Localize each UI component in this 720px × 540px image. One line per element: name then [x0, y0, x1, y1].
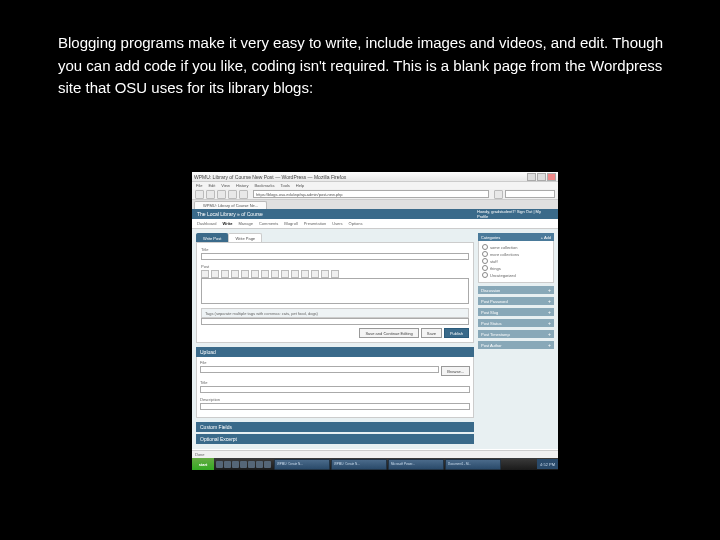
start-button[interactable]: start [192, 458, 214, 470]
post-editor[interactable] [201, 278, 469, 304]
add-category-link[interactable]: + Add [541, 235, 551, 240]
italic-icon[interactable] [211, 270, 219, 278]
menu-view[interactable]: View [221, 183, 230, 188]
bold-icon[interactable] [201, 270, 209, 278]
sidebox-discussion[interactable]: Discussion+ [478, 286, 554, 294]
sidebox-password[interactable]: Post Password+ [478, 297, 554, 305]
window-title: WPMU: Library of Course New Post — WordP… [194, 174, 346, 180]
more-icon[interactable] [311, 270, 319, 278]
collapsed-custom-fields[interactable]: Custom Fields [196, 422, 474, 432]
browser-toolbar: https://blogs.osu.edu/wp/wp-admin/post-n… [192, 189, 558, 200]
help-icon[interactable] [331, 270, 339, 278]
upload-header[interactable]: Upload [196, 347, 474, 357]
plus-icon: + [548, 342, 551, 348]
numlist-icon[interactable] [241, 270, 249, 278]
system-tray[interactable]: 4:52 PM [537, 459, 558, 469]
nav-users[interactable]: Users [332, 221, 342, 226]
nav-comments[interactable]: Comments [259, 221, 278, 226]
firefox-window: WPMU: Library of Course New Post — WordP… [192, 172, 558, 470]
site-title: The Local Library » of Course [197, 211, 263, 217]
post-label: Post [201, 264, 469, 269]
go-button[interactable] [494, 190, 503, 199]
browser-search-input[interactable] [505, 190, 555, 198]
write-panel: Title Post [196, 242, 474, 343]
categories-header[interactable]: Categories + Add [478, 233, 554, 241]
tags-input[interactable] [201, 318, 469, 325]
quicklaunch-icon[interactable] [232, 461, 239, 468]
nav-write[interactable]: Write [223, 221, 233, 226]
menu-edit[interactable]: Edit [208, 183, 215, 188]
taskbar-button[interactable]: Microsoft Power... [388, 459, 444, 470]
taskbar-button[interactable]: Document1 - M... [445, 459, 501, 470]
sidebox-status[interactable]: Post Status+ [478, 319, 554, 327]
nav-blogroll[interactable]: Blogroll [284, 221, 297, 226]
align-left-icon[interactable] [261, 270, 269, 278]
menu-bookmarks[interactable]: Bookmarks [254, 183, 274, 188]
quicklaunch-icon[interactable] [248, 461, 255, 468]
publish-button[interactable]: Publish [444, 328, 469, 338]
category-option[interactable]: Uncategorized [482, 272, 550, 278]
plus-icon: + [548, 298, 551, 304]
upload-file-label: File [200, 360, 470, 365]
plus-icon: + [548, 320, 551, 326]
tab-write-page[interactable]: Write Page [228, 233, 262, 242]
categories-body: some collection more collections stuff t… [478, 241, 554, 283]
save-continue-button[interactable]: Save and Continue Editing [359, 328, 418, 338]
upload-panel: File Browse... Title Description [196, 357, 474, 418]
quicklaunch-icon[interactable] [264, 461, 271, 468]
reload-button[interactable] [217, 190, 226, 199]
browser-menubar: File Edit View History Bookmarks Tools H… [192, 182, 558, 189]
quicklaunch-icon[interactable] [256, 461, 263, 468]
plus-icon: + [548, 309, 551, 315]
back-button[interactable] [195, 190, 204, 199]
close-button[interactable] [547, 173, 556, 181]
stop-button[interactable] [228, 190, 237, 199]
forward-button[interactable] [206, 190, 215, 199]
home-button[interactable] [239, 190, 248, 199]
strike-icon[interactable] [221, 270, 229, 278]
link-icon[interactable] [281, 270, 289, 278]
taskbar-button[interactable]: WPMU: Create N... [331, 459, 387, 470]
sidebox-timestamp[interactable]: Post Timestamp+ [478, 330, 554, 338]
list-icon[interactable] [231, 270, 239, 278]
spell-icon[interactable] [321, 270, 329, 278]
category-option[interactable]: more collections [482, 251, 550, 257]
upload-file-input[interactable] [200, 366, 439, 373]
category-option[interactable]: stuff [482, 258, 550, 264]
address-bar[interactable]: https://blogs.osu.edu/wp/wp-admin/post-n… [253, 190, 489, 198]
upload-desc-input[interactable] [200, 403, 470, 410]
quote-icon[interactable] [251, 270, 259, 278]
quicklaunch-icon[interactable] [224, 461, 231, 468]
quicklaunch-icon[interactable] [240, 461, 247, 468]
collapsed-excerpt[interactable]: Optional Excerpt [196, 434, 474, 444]
category-option[interactable]: some collection [482, 244, 550, 250]
menu-tools[interactable]: Tools [280, 183, 289, 188]
plus-icon: + [548, 331, 551, 337]
browser-tabstrip: WPMU: Library of Course Ne... [192, 200, 558, 209]
wp-nav: Dashboard Write Manage Comments Blogroll… [192, 219, 558, 229]
sidebox-slug[interactable]: Post Slug+ [478, 308, 554, 316]
taskbar-button[interactable]: WPMU: Create N... [274, 459, 330, 470]
menu-help[interactable]: Help [296, 183, 304, 188]
minimize-button[interactable] [527, 173, 536, 181]
nav-options[interactable]: Options [349, 221, 363, 226]
unlink-icon[interactable] [291, 270, 299, 278]
upload-title-input[interactable] [200, 386, 470, 393]
maximize-button[interactable] [537, 173, 546, 181]
browse-button[interactable]: Browse... [441, 366, 470, 376]
category-option[interactable]: things [482, 265, 550, 271]
plus-icon: + [548, 287, 551, 293]
nav-presentation[interactable]: Presentation [304, 221, 326, 226]
title-input[interactable] [201, 253, 469, 260]
menu-file[interactable]: File [196, 183, 202, 188]
browser-tab[interactable]: WPMU: Library of Course Ne... [194, 201, 267, 209]
nav-dashboard[interactable]: Dashboard [197, 221, 217, 226]
image-icon[interactable] [301, 270, 309, 278]
quicklaunch-icon[interactable] [216, 461, 223, 468]
menu-history[interactable]: History [236, 183, 248, 188]
align-center-icon[interactable] [271, 270, 279, 278]
save-button[interactable]: Save [421, 328, 442, 338]
tab-write-post[interactable]: Write Post [196, 233, 228, 242]
nav-manage[interactable]: Manage [239, 221, 253, 226]
sidebox-author[interactable]: Post Author+ [478, 341, 554, 349]
